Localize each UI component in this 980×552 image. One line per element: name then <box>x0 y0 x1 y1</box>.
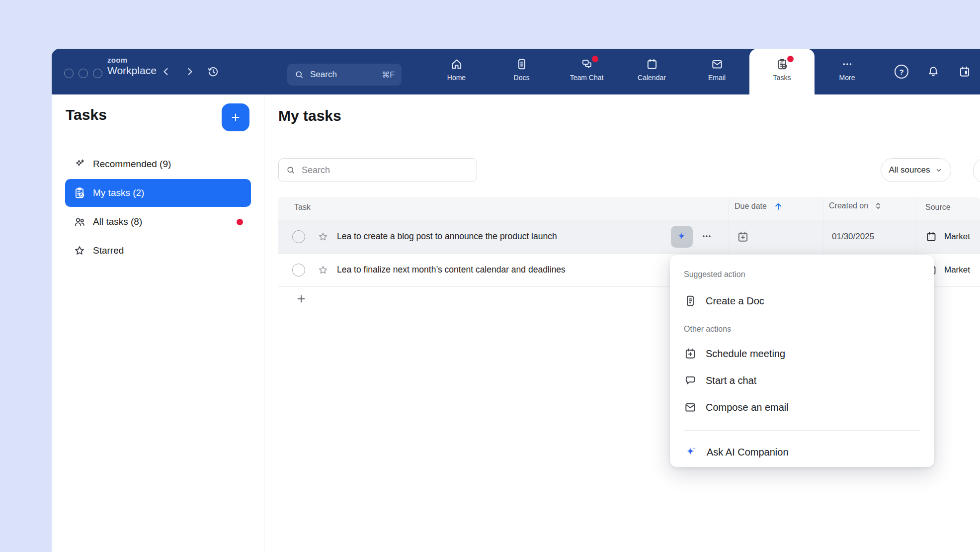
people-icon <box>73 215 86 228</box>
plus-icon <box>230 111 242 123</box>
back-button[interactable] <box>160 65 173 78</box>
chevron-down-icon <box>934 166 943 175</box>
doc-icon <box>684 294 697 307</box>
logo-workplace-text: Workplace <box>107 65 157 76</box>
sidebar-item-my-tasks[interactable]: My tasks (2) <box>65 179 251 207</box>
column-header-created-on[interactable]: Created on <box>829 201 883 211</box>
star-icon[interactable] <box>317 264 329 276</box>
nav-item-calendar[interactable]: Calendar <box>619 49 684 94</box>
team-chat-icon <box>580 58 593 71</box>
window-controls <box>64 69 102 78</box>
sort-ascending-icon[interactable] <box>773 201 784 212</box>
suggested-actions-popup: Suggested action Create a Doc Other acti… <box>670 255 934 467</box>
logo-zoom-text: zoom <box>107 56 157 65</box>
docs-icon <box>515 58 528 71</box>
cell-divider <box>823 220 823 253</box>
task-complete-checkbox[interactable] <box>292 230 305 243</box>
zoom-workplace-logo: zoom Workplace <box>107 56 157 76</box>
clipped-filter-button[interactable] <box>973 158 980 183</box>
tasks-clipboard-icon <box>776 58 789 71</box>
nav-item-tasks-active[interactable]: Tasks <box>749 49 815 94</box>
sidebar-item-all-tasks[interactable]: All tasks (8) <box>65 208 251 236</box>
suggested-action-label: Suggested action <box>684 270 745 279</box>
history-button[interactable] <box>207 65 220 78</box>
nav-item-home[interactable]: Home <box>424 49 489 94</box>
ai-companion-action-button[interactable] <box>671 226 693 248</box>
window-minimize-button[interactable] <box>79 69 88 78</box>
zoom-workplace-app: zoom Workplace ⌘F Home Docs Team Chat <box>0 0 980 552</box>
primary-navigation: Home Docs Team Chat Calendar Email <box>424 49 880 94</box>
help-icon[interactable]: ? <box>895 65 908 79</box>
menu-item-start-a-chat[interactable]: Start a chat <box>670 368 934 393</box>
chat-bubble-icon <box>684 374 697 387</box>
source-name: Market <box>944 265 970 275</box>
cell-divider <box>916 220 916 253</box>
global-search-bar[interactable]: ⌘F <box>287 64 402 86</box>
star-icon[interactable] <box>317 231 329 243</box>
notifications-bell-icon[interactable] <box>927 65 940 78</box>
team-chat-notification-dot <box>592 56 598 62</box>
tasks-notification-dot <box>787 56 794 62</box>
task-title: Lea to finalize next month’s content cal… <box>337 265 566 275</box>
global-search-input[interactable] <box>309 69 382 80</box>
top-navigation-bar: zoom Workplace ⌘F Home Docs Team Chat <box>52 49 980 94</box>
add-due-date-button[interactable] <box>736 230 749 243</box>
envelope-icon <box>684 401 697 414</box>
search-shortcut-hint: ⌘F <box>382 70 395 80</box>
all-sources-dropdown[interactable]: All sources <box>881 158 951 182</box>
column-header-task: Task <box>294 203 311 212</box>
home-icon <box>450 58 463 71</box>
calendar-plus-icon <box>684 347 697 360</box>
tasks-sidebar: Tasks Recommended (9) My tasks (2) All t… <box>52 94 264 552</box>
page-title: My tasks <box>278 107 341 124</box>
window-zoom-button[interactable] <box>93 69 102 78</box>
other-actions-label: Other actions <box>684 325 731 334</box>
tasks-search-field[interactable] <box>278 158 477 182</box>
column-divider <box>823 197 823 220</box>
column-divider <box>916 197 916 220</box>
all-tasks-notification-dot <box>237 219 243 225</box>
sidebar-item-starred[interactable]: Starred <box>65 237 251 265</box>
clipboard-check-icon <box>73 186 86 199</box>
search-icon <box>294 70 304 80</box>
table-header: Task Due date Created on Source <box>278 197 980 220</box>
source-calendar-icon <box>925 231 937 243</box>
topbar-utility-icons: ? <box>895 49 971 94</box>
upcoming-calendar-icon[interactable] <box>958 65 971 78</box>
window-close-button[interactable] <box>64 69 74 78</box>
cell-divider <box>729 220 729 253</box>
search-icon <box>286 165 296 175</box>
tasks-search-input[interactable] <box>301 165 470 176</box>
add-task-button[interactable] <box>222 103 249 131</box>
row-more-actions-icon[interactable] <box>701 230 713 242</box>
sidebar-title: Tasks <box>66 106 107 123</box>
more-ellipsis-icon <box>841 58 854 71</box>
calendar-plus-icon <box>736 230 749 243</box>
source-name: Market <box>944 232 970 242</box>
nav-item-team-chat[interactable]: Team Chat <box>554 49 619 94</box>
calendar-icon <box>646 58 658 71</box>
sort-toggle-icon[interactable] <box>873 201 883 211</box>
forward-button[interactable] <box>184 65 197 78</box>
plus-icon <box>295 293 307 305</box>
nav-item-docs[interactable]: Docs <box>489 49 554 94</box>
column-header-due-date[interactable]: Due date <box>735 201 784 212</box>
nav-item-email[interactable]: Email <box>684 49 749 94</box>
menu-item-create-a-doc[interactable]: Create a Doc <box>670 288 934 314</box>
sidebar-menu: Recommended (9) My tasks (2) All tasks (… <box>65 150 251 265</box>
menu-item-compose-an-email[interactable]: Compose an email <box>670 394 934 420</box>
column-header-source: Source <box>925 203 951 212</box>
sparkle-icon <box>73 158 86 171</box>
nav-item-more[interactable]: More <box>815 49 880 94</box>
add-task-inline-button[interactable] <box>295 293 307 305</box>
task-title: Lea to create a blog post to announce th… <box>337 231 557 242</box>
ai-sparkle-icon <box>675 230 688 243</box>
menu-item-ask-ai-companion[interactable]: Ask AI Companion <box>670 438 934 466</box>
star-icon <box>73 244 86 257</box>
column-divider <box>729 197 729 220</box>
sidebar-item-recommended[interactable]: Recommended (9) <box>65 150 251 178</box>
popup-divider <box>684 430 920 431</box>
task-complete-checkbox[interactable] <box>292 264 305 276</box>
task-row[interactable]: Lea to create a blog post to announce th… <box>278 220 980 254</box>
menu-item-schedule-meeting[interactable]: Schedule meeting <box>670 341 934 367</box>
